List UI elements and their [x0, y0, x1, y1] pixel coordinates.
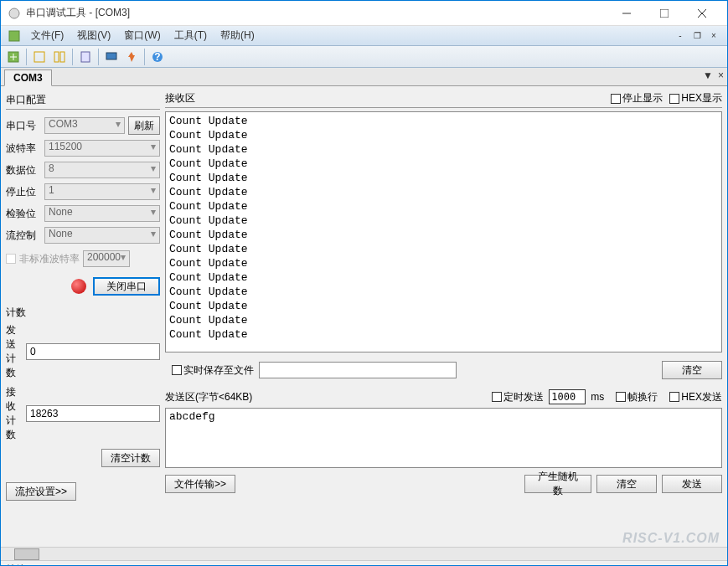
flow-settings-button[interactable]: 流控设置>> — [6, 482, 76, 501]
timed-send-input[interactable] — [549, 389, 586, 404]
menu-bar: 文件(F) 视图(V) 窗口(W) 工具(T) 帮助(H) - ❐ × — [1, 26, 727, 46]
close-port-button[interactable]: 关闭串口 — [93, 277, 160, 296]
toolbar: ? — [1, 46, 727, 68]
port-label: 串口号 — [6, 119, 41, 133]
svg-rect-10 — [54, 52, 59, 62]
menu-app-icon — [8, 29, 21, 43]
title-bar: 串口调试工具 - [COM3] — [1, 1, 727, 26]
stopbits-select[interactable]: 1 — [44, 183, 160, 200]
left-panel: 串口配置 串口号 COM3 刷新 波特率 115200 数据位 8 停止位 1 … — [6, 91, 160, 542]
save-path-input[interactable] — [259, 362, 457, 378]
menu-view[interactable]: 视图(V) — [70, 26, 117, 45]
tab-dropdown-icon[interactable]: ▼ — [703, 69, 713, 81]
clear-count-button[interactable]: 清空计数 — [101, 449, 160, 467]
frame-wrap-label: 帧换行 — [627, 390, 658, 404]
menu-tools[interactable]: 工具(T) — [168, 26, 214, 45]
menu-file[interactable]: 文件(F) — [24, 26, 70, 45]
svg-point-0 — [9, 8, 19, 18]
minimize-button[interactable] — [607, 1, 645, 25]
main-content: 串口配置 串口号 COM3 刷新 波特率 115200 数据位 8 停止位 1 … — [1, 86, 727, 547]
tool-pin-icon[interactable] — [122, 48, 141, 66]
realtime-save-label: 实时保存至文件 — [183, 363, 254, 378]
recv-title: 接收区 — [165, 91, 604, 105]
baud-label: 波特率 — [6, 142, 41, 156]
tool-calc-icon[interactable] — [76, 48, 95, 66]
tool-help-icon[interactable]: ? — [148, 48, 167, 66]
menu-help[interactable]: 帮助(H) — [214, 26, 261, 45]
right-panel: 接收区 停止显示 HEX显示 Count Update Count Update… — [165, 91, 722, 542]
svg-rect-2 — [660, 9, 669, 18]
tool-layout2-icon[interactable] — [50, 48, 69, 66]
status-ready: 就绪 — [6, 563, 637, 566]
nonstd-value[interactable]: 200000 — [83, 250, 130, 267]
random-button[interactable]: 产生随机数 — [524, 475, 591, 493]
svg-rect-5 — [9, 31, 19, 41]
timed-unit: ms — [591, 391, 604, 403]
send-count-label: 发送计数 — [6, 323, 23, 380]
realtime-save-checkbox[interactable] — [172, 365, 182, 375]
maximize-button[interactable] — [645, 1, 683, 25]
scrollbar-thumb[interactable] — [14, 548, 39, 560]
port-select[interactable]: COM3 — [44, 117, 125, 134]
horizontal-scrollbar[interactable] — [1, 547, 727, 560]
menu-window[interactable]: 窗口(W) — [117, 26, 167, 45]
tool-monitor-icon[interactable] — [102, 48, 121, 66]
refresh-button[interactable]: 刷新 — [128, 116, 160, 135]
tab-com3[interactable]: COM3 — [4, 69, 52, 86]
send-textarea[interactable]: abcdefg — [165, 408, 722, 468]
mdi-minimize-button[interactable]: - — [674, 30, 687, 42]
svg-rect-9 — [34, 52, 44, 62]
app-icon — [8, 7, 21, 20]
databits-select[interactable]: 8 — [44, 162, 160, 178]
tab-close-icon[interactable]: × — [718, 69, 724, 81]
svg-rect-13 — [106, 53, 116, 59]
hex-display-label: HEX显示 — [681, 91, 722, 105]
file-transfer-button[interactable]: 文件传输>> — [165, 475, 235, 493]
flow-label: 流控制 — [6, 229, 41, 243]
nonstd-label: 非标准波特率 — [19, 252, 80, 266]
status-bar: 就绪 CAP NUM SCRL — [1, 560, 727, 566]
svg-text:?: ? — [154, 51, 160, 63]
parity-label: 检验位 — [6, 207, 41, 221]
clear-recv-button[interactable]: 清空 — [662, 361, 722, 379]
baud-select[interactable]: 115200 — [44, 140, 160, 157]
svg-rect-11 — [60, 52, 65, 62]
flow-select[interactable]: None — [44, 227, 160, 244]
databits-label: 数据位 — [6, 163, 41, 178]
close-button[interactable] — [683, 1, 720, 25]
recv-textarea[interactable]: Count Update Count Update Count Update C… — [165, 111, 722, 352]
svg-rect-12 — [81, 52, 90, 62]
stop-display-checkbox[interactable] — [611, 94, 621, 104]
mdi-close-button[interactable]: × — [707, 30, 720, 42]
mdi-restore-button[interactable]: ❐ — [690, 30, 704, 42]
stopbits-label: 停止位 — [6, 185, 41, 199]
timed-send-checkbox[interactable] — [492, 392, 502, 402]
tab-bar: COM3 ▼ × — [1, 68, 727, 86]
nonstd-checkbox[interactable] — [6, 254, 16, 264]
tool-layout1-icon[interactable] — [30, 48, 49, 66]
hex-send-label: HEX发送 — [681, 390, 722, 404]
watermark: RISC-V1.COM — [622, 531, 720, 546]
clear-send-button[interactable]: 清空 — [596, 475, 657, 493]
recv-count-value[interactable] — [26, 405, 160, 422]
hex-send-checkbox[interactable] — [669, 392, 679, 402]
stop-display-label: 停止显示 — [622, 91, 663, 105]
send-count-value[interactable] — [26, 343, 160, 360]
send-title: 发送区(字节<64KB) — [165, 390, 480, 404]
tool-new-icon[interactable] — [4, 48, 23, 66]
config-title: 串口配置 — [6, 91, 160, 110]
port-status-icon — [71, 279, 86, 294]
parity-select[interactable]: None — [44, 205, 160, 222]
send-button[interactable]: 发送 — [662, 475, 722, 493]
timed-send-label: 定时发送 — [503, 390, 544, 404]
hex-display-checkbox[interactable] — [669, 94, 679, 104]
counter-title: 计数 — [6, 306, 160, 320]
window-title: 串口调试工具 - [COM3] — [26, 6, 607, 20]
recv-count-label: 接收计数 — [6, 385, 23, 442]
frame-wrap-checkbox[interactable] — [616, 392, 626, 402]
